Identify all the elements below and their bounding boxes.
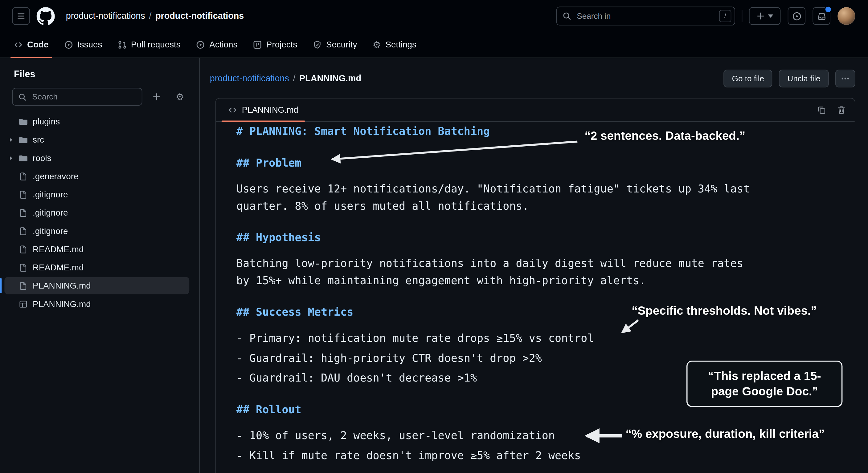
md-list-item: - Primary: notification mute rate drops … [237,330,834,347]
file-name: .gitignore [33,226,68,236]
md-list-item: - Kill if mute rate doesn't improve ≥5% … [237,447,834,464]
breadcrumb-owner[interactable]: product-notifications [66,11,145,21]
file-name: .gitignore [33,190,68,199]
github-logo[interactable] [37,7,55,25]
file-tab-planning[interactable]: PLANNING.md [220,99,306,121]
tab-code-label: Code [27,40,49,49]
file-icon [19,190,28,199]
markdown-source: # PLANNING: Smart Notification Batching … [216,122,855,473]
file-name: src [33,135,44,144]
folder-icon [19,154,28,162]
breadcrumb-separator: / [293,74,295,83]
copy-icon[interactable] [817,105,826,114]
tab-pull-requests[interactable]: Pull requests [110,32,188,58]
md-list-item: - Guardrail: high-priority CTR doesn't d… [237,349,834,367]
inbox-button[interactable] [812,7,830,25]
chevron-right-icon[interactable] [7,136,16,143]
file-icon [19,245,28,254]
uncla-file-button[interactable]: Uncla file [779,70,829,87]
file-tree-row-planning-2[interactable]: PLANNING.md [0,295,199,313]
hamburger-menu-button[interactable] [12,7,30,25]
file-tree-row-gitignore-3[interactable]: .gitignore [0,222,199,240]
breadcrumb-repo[interactable]: product-notifications [155,11,244,21]
header-divider [742,10,743,22]
file-tree-row-gitignore-2[interactable]: .gitignore [0,204,199,222]
md-paragraph-line: Users receive 12+ notifications/day. "No… [237,180,834,197]
file-name: README.md [33,262,84,272]
md-list-item: - 10% of users, 2 weeks, user-level rand… [237,427,834,444]
md-paragraph-line: quarter. 8% of users muted all notificat… [237,197,834,215]
table-file-icon [19,299,28,308]
plus-icon [756,12,765,21]
file-tree-row-readme-1[interactable]: README.md [0,240,199,258]
tab-issues[interactable]: Issues [56,32,110,58]
breadcrumb: product-notifications / PLANNING.md [210,74,361,83]
tab-code[interactable]: Code [6,32,56,58]
file-tree-row-planning-selected[interactable]: PLANNING.md [0,276,199,295]
issues-header-button[interactable] [788,7,805,25]
create-new-button[interactable] [749,7,780,25]
code-icon [14,40,23,49]
folder-icon [19,117,28,126]
file-name: plugins [33,116,60,126]
tab-actions[interactable]: Actions [188,32,245,58]
md-paragraph-line: by 15%+ while maintaining engagement wit… [237,272,834,290]
file-tab-label: PLANNING.md [242,105,299,114]
tab-actions-label: Actions [209,40,237,49]
file-icon [19,172,28,181]
file-tree-row-generavore[interactable]: .generavore [0,167,199,185]
tab-security[interactable]: Security [305,32,365,58]
chevron-right-icon[interactable] [7,154,16,162]
md-h2-hypothesis: ## Hypothesis [237,229,834,246]
tab-projects-label: Projects [266,40,298,49]
file-name: rools [33,153,51,163]
search-icon [562,12,571,21]
file-tree-row-src[interactable]: src [0,131,199,149]
app-header: product-notifications / product-notifica… [0,0,868,32]
avatar[interactable] [837,7,855,25]
file-tree-search[interactable] [12,88,143,106]
gear-icon: ⚙ [373,40,381,49]
file-tree-row-readme-2[interactable]: README.md [0,258,199,276]
file-sidebar: Files ⚙ [0,58,200,473]
file-icon [19,208,28,217]
breadcrumb-file: PLANNING.md [299,74,361,83]
tree-settings-button[interactable]: ⚙ [171,88,189,106]
trash-icon[interactable] [837,105,846,114]
file-name: .generavore [33,171,79,181]
more-options-button[interactable] [835,70,855,87]
code-icon [228,105,237,114]
projects-icon [253,40,262,49]
file-tree-row-gitignore-1[interactable]: .gitignore [0,185,199,204]
md-h2-success-metrics: ## Success Metrics [237,304,834,321]
file-name: .gitignore [33,208,68,217]
file-tree-search-input[interactable] [31,92,137,102]
file-icon [19,281,28,290]
shield-icon [313,40,322,49]
global-search-input[interactable] [576,11,719,21]
issue-opened-icon [792,11,801,21]
add-file-button[interactable] [148,88,165,106]
file-tree: plugins src [0,112,199,313]
go-to-file-button[interactable]: Go to file [724,70,772,87]
header-breadcrumb: product-notifications / product-notifica… [66,11,244,21]
files-heading: Files [14,69,199,80]
file-tree-row-plugins[interactable]: plugins [0,112,199,131]
tab-projects[interactable]: Projects [245,32,305,58]
plus-icon [152,92,161,101]
tab-settings[interactable]: ⚙ Settings [365,32,425,58]
file-name: PLANNING.md [33,299,91,309]
notification-badge [824,5,832,13]
tab-pull-requests-label: Pull requests [131,40,181,49]
md-h1: # PLANNING: Smart Notification Batching [237,123,834,140]
github-page: product-notifications / product-notifica… [0,0,868,473]
global-search[interactable]: / [556,7,735,26]
file-viewer-header: PLANNING.md [216,99,855,122]
md-list-item: - Guardrail: DAU doesn't decrease >1% [237,370,834,387]
file-viewer-card: PLANNING.md # PLANNING: Smart Notificati… [215,98,855,473]
file-tree-row-rools[interactable]: rools [0,149,199,167]
main-content: product-notifications / PLANNING.md Go t… [200,58,868,473]
breadcrumb-repo-link[interactable]: product-notifications [210,74,289,83]
md-paragraph-line: Batching low-priority notifications into… [237,255,834,272]
tab-security-label: Security [326,40,357,49]
